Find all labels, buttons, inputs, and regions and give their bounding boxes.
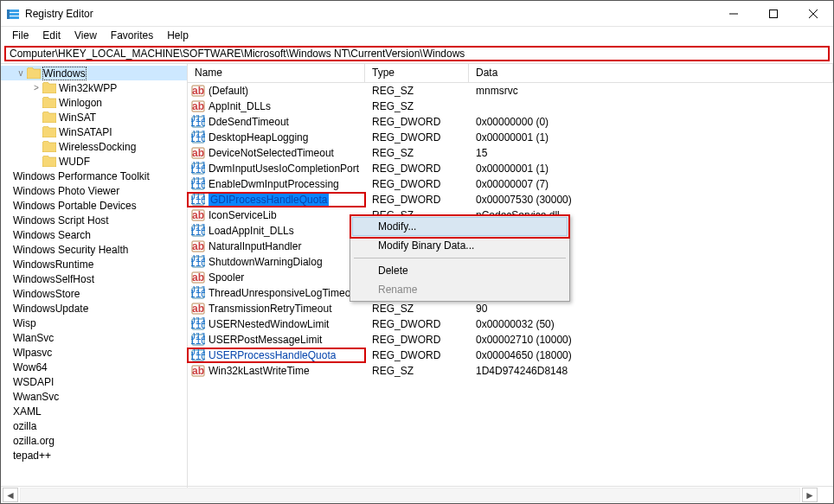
value-row[interactable]: AppInit_DLLsREG_SZ	[188, 99, 833, 114]
string-value-icon	[191, 208, 205, 222]
value-name: Win32kLastWriteTime	[208, 365, 310, 377]
string-value-icon	[191, 99, 205, 113]
value-name: TransmissionRetryTimeout	[208, 303, 331, 315]
tree-item[interactable]: vWindows	[1, 66, 187, 80]
tree-item[interactable]: Winlogon	[1, 95, 187, 110]
tree-item[interactable]: ozilla.org	[1, 433, 187, 448]
tree-item[interactable]: WSDAPI	[1, 374, 187, 389]
tree-item[interactable]: tepad++	[1, 448, 187, 463]
value-name: USERNestedWindowLimit	[208, 318, 329, 330]
value-row[interactable]: USERPostMessageLimitREG_DWORD0x00002710 …	[188, 332, 833, 348]
menu-view[interactable]: View	[68, 28, 103, 43]
header-name[interactable]: Name	[188, 64, 365, 82]
key-tree[interactable]: vWindows>Win32kWPPWinlogonWinSATWinSATAP…	[1, 64, 188, 488]
value-type: REG_DWORD	[365, 178, 469, 190]
tree-item[interactable]: WinSATAPI	[1, 124, 187, 139]
menu-favorites[interactable]: Favorites	[105, 28, 159, 43]
tree-item[interactable]: Windows Performance Toolkit	[1, 169, 187, 183]
tree-item[interactable]: Windows Portable Devices	[1, 198, 187, 213]
value-row[interactable]: USERNestedWindowLimitREG_DWORD0x00000032…	[188, 316, 833, 332]
value-row[interactable]: Win32kLastWriteTimeREG_SZ1D4D974246D8148	[188, 363, 833, 379]
ctx-delete[interactable]: Delete	[352, 261, 568, 280]
tree-item[interactable]: WindowsUpdate	[1, 301, 187, 316]
menu-help[interactable]: Help	[161, 28, 195, 43]
value-row[interactable]: USERProcessHandleQuotaREG_DWORD0x0000465…	[188, 348, 833, 363]
value-name: DeviceNotSelectedTimeout	[208, 147, 334, 159]
tree-item[interactable]: >Win32kWPP	[1, 80, 187, 95]
header-data[interactable]: Data	[469, 64, 833, 82]
tree-item[interactable]: WwanSvc	[1, 389, 187, 404]
tree-item[interactable]: Windows Search	[1, 227, 187, 242]
window-title: Registry Editor	[25, 8, 714, 20]
address-bar[interactable]: Computer\HKEY_LOCAL_MACHINE\SOFTWARE\Mic…	[4, 46, 830, 61]
tree-item-label: Windows	[43, 67, 86, 80]
tree-item-label: Windows Security Health	[13, 244, 128, 256]
tree-item-label: Windows Portable Devices	[13, 200, 137, 212]
tree-item[interactable]: WindowsStore	[1, 286, 187, 301]
tree-item-label: Wlpasvc	[13, 347, 52, 359]
value-data: 90	[469, 303, 833, 315]
tree-item-label: WlanSvc	[13, 332, 54, 344]
menu-edit[interactable]: Edit	[36, 28, 67, 43]
header-type[interactable]: Type	[365, 64, 469, 82]
folder-icon	[42, 156, 56, 167]
hscroll-left[interactable]: ◄	[3, 488, 18, 502]
value-type: REG_DWORD	[365, 334, 469, 346]
value-row[interactable]: DwmInputUsesIoCompletionPortREG_DWORD0x0…	[188, 161, 833, 176]
value-name: GDIProcessHandleQuota	[208, 194, 329, 206]
value-type: REG_SZ	[365, 147, 469, 159]
tree-item[interactable]: Wisp	[1, 316, 187, 330]
value-name: EnableDwmInputProcessing	[208, 178, 339, 190]
ctx-modify-binary[interactable]: Modify Binary Data...	[352, 236, 568, 255]
value-name: ShutdownWarningDialog	[208, 256, 323, 268]
value-name: ThreadUnresponsiveLogTimeout	[208, 287, 359, 299]
close-button[interactable]	[793, 1, 833, 27]
value-row[interactable]: (Default)REG_SZmnmsrvc	[188, 83, 833, 99]
folder-icon	[42, 126, 56, 137]
value-data: 0x00004650 (18000)	[469, 349, 833, 361]
tree-item[interactable]: Windows Photo Viewer	[1, 183, 187, 198]
value-row[interactable]: TransmissionRetryTimeoutREG_SZ90	[188, 301, 833, 316]
tree-item[interactable]: WirelessDocking	[1, 139, 187, 154]
value-row[interactable]: DdeSendTimeoutREG_DWORD0x00000000 (0)	[188, 114, 833, 130]
ctx-modify[interactable]: Modify...	[352, 217, 568, 236]
tree-item[interactable]: WindowsSelfHost	[1, 271, 187, 286]
svg-rect-3	[7, 10, 10, 19]
folder-icon	[42, 82, 56, 93]
tree-item[interactable]: Wow64	[1, 360, 187, 374]
tree-item[interactable]: WindowsRuntime	[1, 257, 187, 271]
menu-file[interactable]: File	[6, 28, 35, 43]
tree-item[interactable]: Windows Script Host	[1, 213, 187, 227]
dword-value-icon	[191, 193, 205, 207]
value-type: REG_DWORD	[365, 131, 469, 144]
tree-item[interactable]: ozilla	[1, 418, 187, 433]
tree-item[interactable]: Windows Security Health	[1, 242, 187, 257]
tree-item-label: WinSAT	[59, 112, 96, 124]
value-row[interactable]: DesktopHeapLoggingREG_DWORD0x00000001 (1…	[188, 130, 833, 145]
folder-icon	[27, 67, 41, 79]
tree-item[interactable]: XAML	[1, 404, 187, 418]
value-data: 0x00007530 (30000)	[469, 194, 833, 206]
value-row[interactable]: GDIProcessHandleQuotaREG_DWORD0x00007530…	[188, 192, 833, 207]
dword-value-icon	[191, 255, 205, 269]
expander-icon[interactable]: >	[30, 83, 42, 93]
value-name: USERProcessHandleQuota	[208, 349, 336, 361]
dword-value-icon	[191, 348, 205, 362]
value-type: REG_DWORD	[365, 194, 469, 206]
folder-icon	[42, 141, 56, 152]
tree-item[interactable]: WinSAT	[1, 110, 187, 124]
tree-item[interactable]: Wlpasvc	[1, 345, 187, 360]
expander-icon[interactable]: v	[15, 68, 27, 78]
tree-item-label: Windows Script Host	[13, 214, 109, 226]
value-row[interactable]: EnableDwmInputProcessingREG_DWORD0x00000…	[188, 176, 833, 192]
ctx-rename: Rename	[352, 280, 568, 299]
maximize-button[interactable]	[754, 1, 793, 27]
tree-item[interactable]: WUDF	[1, 154, 187, 169]
value-data: 15	[469, 147, 833, 159]
hscroll-right[interactable]: ►	[802, 488, 818, 502]
value-type: REG_DWORD	[365, 163, 469, 175]
value-row[interactable]: DeviceNotSelectedTimeoutREG_SZ15	[188, 145, 833, 161]
tree-item[interactable]: WlanSvc	[1, 330, 187, 345]
minimize-button[interactable]	[714, 1, 754, 27]
hscroll-track[interactable]	[20, 488, 800, 502]
